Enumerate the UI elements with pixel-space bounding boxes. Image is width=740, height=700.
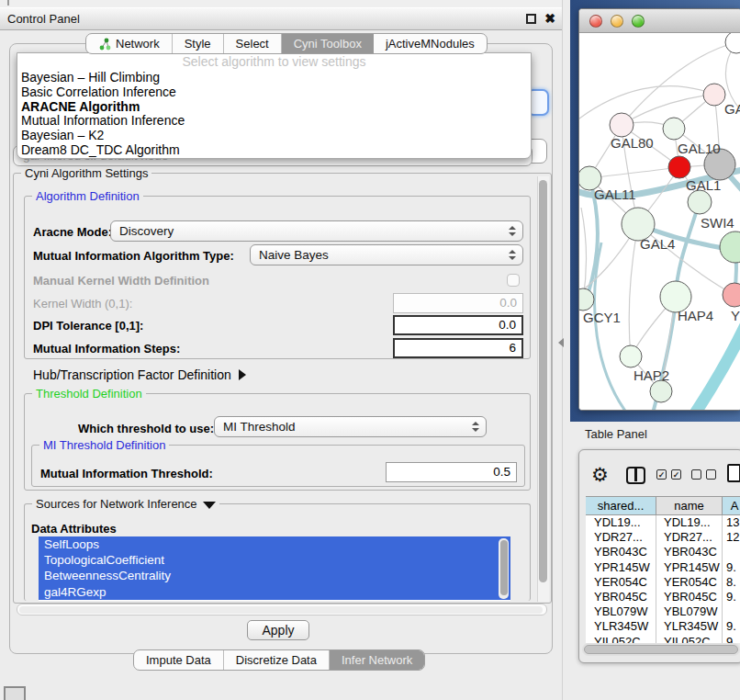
aracne-mode-select[interactable]: Discovery bbox=[110, 220, 523, 242]
graph-node-unnamed-green[interactable] bbox=[720, 231, 740, 263]
checked-checkbox-icon[interactable]: ✓ bbox=[671, 469, 681, 480]
tab-style[interactable]: Style bbox=[173, 34, 224, 53]
bottom-left-window-icon[interactable] bbox=[4, 686, 26, 700]
which-threshold-select[interactable]: MI Threshold bbox=[214, 416, 487, 437]
mi-type-select[interactable]: Naive Bayes bbox=[250, 244, 523, 265]
tab-impute-data[interactable]: Impute Data bbox=[134, 650, 224, 670]
data-attributes-list[interactable]: SelfLoopsTopologicalCoefficientBetweenne… bbox=[39, 536, 510, 601]
node-label-hap4: HAP4 bbox=[678, 308, 713, 323]
graph-node-unnamed-bottom[interactable] bbox=[650, 380, 672, 402]
table-cell: YDR27... bbox=[656, 530, 723, 545]
gear-icon[interactable]: ⚙ bbox=[591, 464, 609, 486]
network-canvas[interactable]: GALGAL80GAL10GAL1GAL11GAL4SWI4GCY1HAP4YH… bbox=[579, 33, 740, 411]
graph-node-gal80[interactable] bbox=[610, 113, 633, 137]
network-view-window[interactable]: GALGAL80GAL10GAL1GAL11GAL4SWI4GCY1HAP4YH… bbox=[578, 8, 740, 411]
table-header-row: shared...nameA bbox=[586, 496, 740, 515]
graph-node-unnamed[interactable] bbox=[725, 33, 740, 53]
graph-node-swi4[interactable] bbox=[688, 190, 712, 214]
mi-threshold-field[interactable]: 0.5 bbox=[386, 462, 517, 482]
attribute-item-topologicalcoefficient[interactable]: TopologicalCoefficient bbox=[39, 552, 510, 568]
column-header-a[interactable]: A bbox=[723, 497, 740, 514]
graph-node-gcy1[interactable] bbox=[579, 288, 594, 310]
table-row[interactable]: YBR045CYBR045C9. bbox=[586, 590, 740, 604]
threshold-definition-title: Threshold Definition bbox=[32, 387, 146, 401]
algorithm-option-bayesian-hill-climbing[interactable]: Bayesian – Hill Climbing bbox=[17, 71, 531, 85]
dpi-tolerance-label: DPI Tolerance [0,1]: bbox=[33, 319, 143, 333]
column-header-shared-[interactable]: shared... bbox=[586, 497, 656, 514]
table-hscrollbar-thumb[interactable] bbox=[584, 645, 738, 654]
table-cell: YDL19... bbox=[656, 515, 723, 530]
hub-definition-toggle[interactable]: Hub/Transcription Factor Definition bbox=[33, 367, 246, 382]
attributes-scrollbar-thumb[interactable] bbox=[500, 540, 508, 595]
algorithm-option-bayesian-k2[interactable]: Bayesian – K2 bbox=[17, 129, 531, 143]
top-notch bbox=[7, 0, 9, 6]
algorithm-option-basic-correlation-inference[interactable]: Basic Correlation Inference bbox=[17, 85, 531, 100]
table-row[interactable]: YDR27...YDR27...12 bbox=[586, 530, 740, 545]
float-window-icon[interactable] bbox=[526, 14, 536, 24]
dpi-tolerance-field[interactable]: 0.0 bbox=[393, 315, 523, 335]
zoom-light-icon[interactable] bbox=[632, 15, 645, 28]
graph-edge[interactable] bbox=[579, 86, 714, 121]
table-row[interactable]: YIL052CYIL052C9 bbox=[586, 635, 740, 644]
settings-hscrollbar-thumb[interactable] bbox=[19, 606, 543, 614]
kernel-width-label: Kernel Width (0,1): bbox=[33, 297, 132, 310]
graph-edge[interactable] bbox=[669, 323, 740, 411]
tab-jactivemnodules[interactable]: jActiveMNodules bbox=[374, 34, 487, 53]
table-cell: YDR27... bbox=[586, 530, 656, 545]
graph-edge[interactable] bbox=[581, 208, 587, 299]
table-row[interactable]: YBL079WYBL079W bbox=[586, 604, 740, 619]
unchecked-checkbox-icon[interactable] bbox=[706, 469, 716, 480]
graph-node-gal10[interactable] bbox=[663, 118, 685, 140]
table-cell: YPR145W bbox=[656, 560, 723, 575]
table-row[interactable]: YLR345WYLR345W9. bbox=[586, 619, 740, 634]
settings-scrollbar-thumb[interactable] bbox=[539, 180, 547, 582]
table-row[interactable]: YPR145WYPR145W9. bbox=[586, 560, 740, 575]
table-row[interactable]: YBR043CYBR043C bbox=[586, 545, 740, 559]
algorithm-option-dream8-dc-tdc-algorithm[interactable]: Dream8 DC_TDC Algorithm bbox=[17, 143, 531, 158]
collapse-left-icon[interactable] bbox=[558, 338, 564, 347]
file-icon[interactable] bbox=[727, 464, 740, 482]
table-row[interactable]: YDL19...YDL19...13 bbox=[586, 515, 740, 530]
manual-kernel-checkbox[interactable] bbox=[507, 274, 520, 287]
graph-node-gal[interactable] bbox=[703, 84, 725, 106]
checked-checkbox-icon[interactable]: ✓ bbox=[656, 469, 667, 480]
close-light-icon[interactable] bbox=[589, 15, 602, 28]
tab-select[interactable]: Select bbox=[224, 34, 282, 53]
table-cell: 9. bbox=[723, 619, 740, 634]
dropdown-list: Bayesian – Hill ClimbingBasic Correlatio… bbox=[17, 71, 531, 158]
graph-edge[interactable] bbox=[638, 224, 734, 295]
data-attributes-label: Data Attributes bbox=[31, 522, 117, 536]
tab-network[interactable]: Network bbox=[86, 34, 173, 53]
graph-edge[interactable] bbox=[629, 224, 638, 356]
graph-node-y[interactable] bbox=[723, 283, 740, 307]
graph-node-gal1[interactable] bbox=[668, 156, 690, 178]
table-cell: YBR045C bbox=[656, 590, 723, 604]
apply-button[interactable]: Apply bbox=[247, 620, 309, 640]
column-header-name[interactable]: name bbox=[656, 497, 723, 514]
attribute-item-selfloops[interactable]: SelfLoops bbox=[39, 536, 510, 552]
minimize-light-icon[interactable] bbox=[611, 15, 623, 28]
close-icon[interactable]: ✖ bbox=[544, 14, 555, 24]
unchecked-checkbox-icon[interactable] bbox=[691, 469, 701, 480]
tab-infer-network[interactable]: Infer Network bbox=[330, 650, 424, 670]
graph-edge[interactable] bbox=[622, 42, 736, 125]
sources-title[interactable]: Sources for Network Inference bbox=[32, 497, 219, 511]
algorithm-dropdown[interactable]: Select algorithm to view settings Bayesi… bbox=[17, 52, 532, 159]
attribute-item-gal4rgexp[interactable]: gal4RGexp bbox=[39, 584, 510, 600]
kernel-width-field[interactable]: 0.0 bbox=[393, 293, 523, 313]
panel-title: Control Panel bbox=[7, 12, 80, 26]
graph-edge[interactable] bbox=[589, 167, 679, 178]
mi-steps-field[interactable]: 6 bbox=[393, 338, 523, 358]
graph-edge[interactable] bbox=[595, 243, 627, 411]
attribute-item-betweennesscentrality[interactable]: BetweennessCentrality bbox=[39, 568, 510, 583]
algorithm-option-aracne-algorithm[interactable]: ARACNE Algorithm bbox=[17, 100, 531, 115]
tab-discretize-data[interactable]: Discretize Data bbox=[224, 650, 330, 670]
split-columns-icon[interactable] bbox=[626, 467, 645, 484]
algorithm-option-mutual-information-inference[interactable]: Mutual Information Inference bbox=[17, 114, 531, 129]
node-label-gal: GAL bbox=[724, 101, 740, 117]
table-cell: 13 bbox=[723, 515, 740, 530]
graph-node-hap2[interactable] bbox=[620, 345, 642, 367]
tab-cyni-toolbox[interactable]: Cyni Toolbox bbox=[282, 34, 374, 53]
table-row[interactable]: YER054CYER054C8. bbox=[586, 575, 740, 590]
table-cell: YDL19... bbox=[586, 515, 656, 530]
